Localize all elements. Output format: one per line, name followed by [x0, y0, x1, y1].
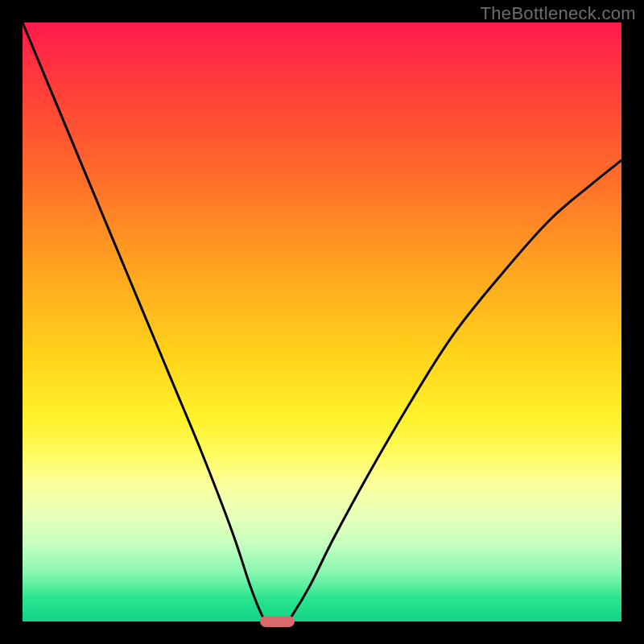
bottleneck-curve: [23, 23, 621, 621]
chart-frame: TheBottleneck.com: [0, 0, 644, 644]
minimum-marker: [260, 616, 295, 627]
watermark-text: TheBottleneck.com: [481, 3, 636, 24]
plot-area: [23, 23, 621, 621]
